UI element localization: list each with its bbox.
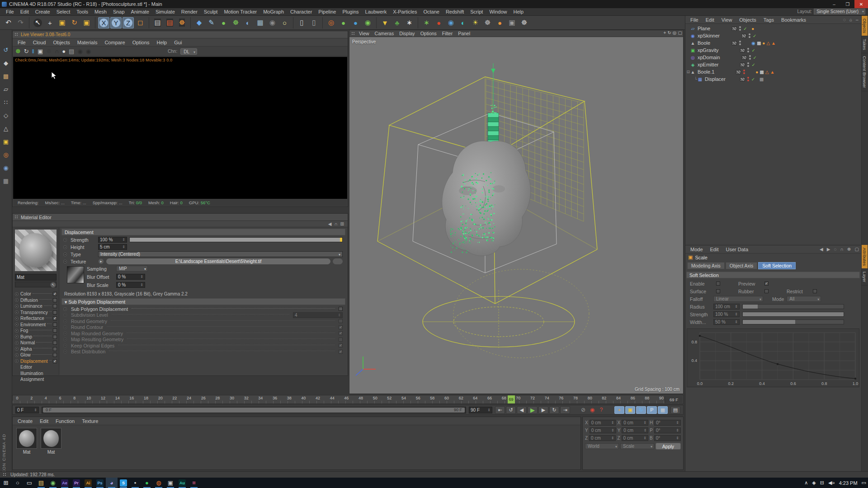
menu-mesh[interactable]: Mesh [91, 9, 110, 14]
scale-icon[interactable]: ▣ [57, 17, 68, 28]
menu-simulate[interactable]: Simulate [152, 9, 178, 14]
home-icon[interactable]: ⌂ [849, 17, 852, 22]
redo-icon[interactable]: ↷ [15, 17, 26, 28]
apply-button[interactable]: Apply [656, 443, 681, 450]
cube-primitive-icon[interactable]: ◆ [193, 17, 205, 28]
channel-checkbox[interactable] [53, 310, 57, 314]
channel-diffusion[interactable]: Diffusion [15, 297, 57, 304]
model-mode-icon[interactable]: ◆ [1, 58, 11, 68]
coord-field[interactable]: 0 cm⇕ [590, 427, 616, 433]
notification-center-icon[interactable]: ▭ [862, 480, 866, 486]
menu-script[interactable]: Script [467, 9, 486, 14]
channel-checkbox[interactable] [53, 353, 57, 357]
checker-tag[interactable]: ▩ [760, 77, 764, 82]
reload-icon[interactable]: ↻ [24, 48, 29, 55]
xp-flow-icon[interactable]: ● [350, 17, 361, 28]
rotate-icon[interactable]: ↻ [69, 17, 80, 28]
tree-icon[interactable]: ♣ [392, 17, 403, 28]
menu-window[interactable]: Window [486, 9, 510, 14]
coord-mode-select[interactable]: Scale [620, 443, 654, 449]
channel-normal[interactable]: Normal [15, 340, 57, 346]
menu-animate[interactable]: Animate [128, 9, 152, 14]
loop-button[interactable]: ↻ [549, 406, 559, 414]
panel-grip-icon[interactable] [14, 215, 19, 219]
coord-field[interactable]: 0 cm⇕ [622, 420, 648, 426]
coordinate-system-icon[interactable]: ◻ [135, 17, 146, 28]
attr-menu-edit[interactable]: Edit [707, 247, 722, 252]
float-icon[interactable]: ▢ [855, 247, 859, 252]
phong-tag[interactable]: △ [765, 70, 769, 75]
enable-dots[interactable] [739, 26, 741, 31]
autokey-button[interactable]: ◉ [588, 406, 596, 414]
camera-icon[interactable]: ◉ [267, 17, 278, 28]
slider-track[interactable] [742, 312, 844, 317]
menu-redshift[interactable]: Redshift [443, 9, 467, 14]
prev-frame-button[interactable]: ◀ [517, 406, 527, 414]
obs-icon[interactable]: ◍ [153, 478, 165, 488]
axis-mode-icon[interactable]: ▣ [1, 137, 11, 146]
octane-icon[interactable]: ● [433, 17, 444, 28]
checker-tag[interactable]: ▩ [760, 70, 764, 75]
keyframe-selection-icon[interactable]: ▤ [670, 406, 680, 414]
type-select[interactable]: Intensity (Centered) [98, 251, 343, 257]
menu-edit[interactable]: Edit [17, 9, 32, 14]
tab-layer[interactable]: Layer [862, 269, 868, 286]
script-gear-icon[interactable]: ☸ [519, 17, 530, 28]
z-axis-lock-icon[interactable]: Z [123, 17, 134, 28]
xp-generator-icon[interactable]: ◉ [362, 17, 373, 28]
menu-pipeline[interactable]: Pipeline [315, 9, 339, 14]
coord-field[interactable]: 0 cm⇕ [590, 420, 616, 426]
enable-dots[interactable] [747, 48, 749, 52]
sun-icon[interactable]: ☀ [470, 17, 481, 28]
object-row-boole[interactable]: ▲Boole◉▩●△▲ [685, 39, 861, 47]
solo-mode-icon[interactable]: ◎ [1, 150, 11, 160]
slider-value-field[interactable]: 100 %⇕ [713, 311, 740, 317]
texture-thumbnail[interactable] [67, 266, 84, 283]
channel-checkbox[interactable] [53, 341, 57, 345]
xp-system-icon[interactable]: ◎ [326, 17, 337, 28]
spotify-icon[interactable]: ● [141, 478, 153, 488]
falloff-curve-graph[interactable]: 0.00.20.40.60.81.00.80.4 [687, 328, 859, 387]
lv-menu-compare[interactable]: Compare [101, 40, 128, 45]
page-illumination[interactable]: Illumination [15, 371, 57, 377]
texture-browse-button[interactable] [333, 258, 343, 264]
om-menu-view[interactable]: View [718, 17, 736, 23]
height-field[interactable]: 5 cm⇕ [98, 244, 127, 250]
render-view-icon[interactable]: ▤ [152, 17, 163, 28]
enable-dots[interactable] [747, 62, 749, 67]
photos-icon[interactable]: ▣ [165, 478, 176, 488]
lv-menu-objects[interactable]: Objects [50, 40, 73, 45]
pin-icon[interactable]: ⊞ [340, 221, 344, 226]
enable-dots[interactable] [749, 55, 751, 60]
forward-icon[interactable]: ▶ [827, 247, 830, 252]
enable-dots[interactable] [749, 33, 750, 38]
pen-spline-icon[interactable]: ✎ [206, 17, 217, 28]
close-button[interactable]: ✕ [854, 0, 868, 8]
curve-point[interactable] [854, 378, 856, 380]
maximize-button[interactable]: ❒ [841, 0, 854, 8]
menu-laubwerk[interactable]: Laubwerk [362, 9, 390, 14]
mm-menu-create[interactable]: Create [14, 418, 36, 424]
tab-soft-selection[interactable]: Soft Selection [758, 262, 796, 269]
slider-value-field[interactable]: 50 %⇕ [713, 319, 740, 325]
vp-menu-view[interactable]: View [356, 31, 372, 36]
tab-objects[interactable]: Objects [862, 16, 868, 36]
mm-menu-function[interactable]: Function [52, 418, 78, 424]
sprout-icon[interactable]: ∗ [421, 17, 432, 28]
file-explorer-icon[interactable]: ▤ [35, 478, 47, 488]
curve-point[interactable] [699, 335, 701, 337]
phong-tag[interactable]: △ [766, 41, 770, 46]
pan-icon[interactable]: + [664, 30, 666, 35]
object-row-displacer[interactable]: └▦Displacer✓▩ [685, 75, 861, 83]
move-icon[interactable]: + [44, 17, 56, 28]
blur-offset-field[interactable]: 0 %⇕ [116, 274, 145, 280]
generator-check-icon[interactable]: ✓ [753, 55, 758, 60]
array-icon[interactable]: ▦ [255, 17, 266, 28]
generator-check-icon[interactable]: ✓ [743, 26, 748, 31]
tray-chevron-icon[interactable]: ∧ [804, 480, 808, 486]
material-name-field[interactable] [15, 274, 57, 281]
undo-icon[interactable]: ↶ [3, 17, 14, 28]
smoothing-tag[interactable]: ▲ [771, 41, 776, 46]
generator-check-icon[interactable]: ✓ [753, 33, 757, 38]
channel-displacement[interactable]: Displacement [15, 358, 57, 365]
